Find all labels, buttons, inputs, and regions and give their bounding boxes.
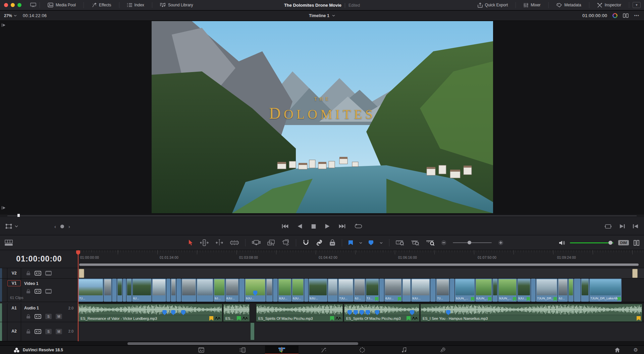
viewer-zoom-select[interactable]: 27% [4, 13, 17, 18]
minimize-window-icon[interactable] [11, 3, 15, 7]
video-clip[interactable]: 7JUN_DR_LakeAlle... [589, 279, 622, 302]
track-v1-content[interactable]: 7J...6J...9J...8JU...9JU...8JU...6JU...9… [78, 279, 644, 302]
auto-select-icon[interactable] [35, 329, 41, 334]
automation-curve-icon[interactable] [215, 316, 221, 320]
track-a1-content[interactable]: ES_Resonance of Valor - Victor Lundberg.… [78, 303, 644, 322]
tab-cut[interactable] [226, 346, 259, 354]
yellow-marker-icon[interactable] [637, 316, 641, 321]
video-clip[interactable] [176, 279, 181, 302]
audio-clip[interactable]: ES_Spirits Of Machu Picchu.mp3 [256, 304, 343, 322]
video-clip[interactable] [197, 279, 213, 302]
marker-chevron-icon[interactable] [380, 242, 383, 244]
viewer-scrub-bar[interactable] [0, 215, 644, 217]
auto-select-icon[interactable] [35, 271, 41, 276]
selection-tool-button[interactable] [188, 240, 194, 246]
track-label-v1[interactable]: Video 1 [24, 281, 38, 286]
video-clip[interactable]: 9JUN_... [455, 279, 475, 302]
go-to-end-button[interactable] [339, 224, 345, 229]
green-marker-icon[interactable] [237, 316, 241, 321]
video-clip[interactable] [568, 279, 574, 302]
track-enable-icon[interactable] [45, 289, 52, 294]
flag-button[interactable] [348, 240, 353, 245]
overwrite-clip-button[interactable] [267, 239, 275, 246]
jog-control[interactable] [60, 225, 64, 228]
position-lock-button[interactable] [329, 239, 335, 246]
timeline-zoom-slider[interactable] [453, 242, 492, 243]
video-clip[interactable] [379, 279, 384, 302]
scrub-handle[interactable] [17, 214, 20, 217]
detail-zoom-button[interactable] [411, 240, 420, 246]
video-clip[interactable] [328, 279, 338, 302]
video-clip[interactable] [181, 279, 196, 302]
play-button[interactable] [325, 224, 330, 229]
video-clip[interactable] [450, 279, 454, 302]
quick-export-button[interactable]: Quick Export [473, 0, 513, 10]
video-clip[interactable]: 7J... [436, 279, 449, 302]
video-clip[interactable] [171, 279, 176, 302]
window-controls[interactable] [4, 3, 21, 7]
video-clip[interactable] [104, 279, 112, 302]
viewer-options-icon[interactable]: ••• [634, 13, 639, 18]
video-clip[interactable]: 9JU... [309, 279, 327, 302]
playhead[interactable] [78, 250, 78, 341]
mute-button[interactable]: M [56, 329, 62, 334]
video-clip[interactable]: 9J... [214, 279, 225, 302]
video-clip[interactable] [239, 279, 245, 302]
close-window-icon[interactable] [4, 3, 8, 7]
full-extent-zoom-button[interactable] [396, 240, 405, 246]
track-header-v2[interactable]: V2 [0, 268, 78, 279]
audio-clip[interactable]: ES_I See You - Hampus Naeselius.mp3 [420, 304, 642, 322]
audio-clip-stub[interactable] [250, 322, 255, 340]
video-clip[interactable] [531, 279, 536, 302]
track-v2-content[interactable] [78, 268, 644, 279]
video-clip[interactable]: 6JUN_... [475, 279, 492, 302]
scrub-track[interactable] [7, 216, 637, 216]
lock-icon[interactable] [26, 271, 31, 276]
video-clip[interactable] [430, 279, 436, 302]
audio-clip[interactable]: ES_Resonance of Valor - Victor Lundberg.… [78, 304, 222, 322]
video-clip[interactable] [123, 279, 126, 302]
track-name-a1[interactable]: A1 [7, 306, 21, 310]
volume-knob[interactable] [608, 241, 612, 245]
video-preview[interactable]: The Dolomites [152, 21, 493, 213]
loop-playback-button[interactable] [355, 224, 362, 229]
chevron-down-icon[interactable] [15, 225, 18, 227]
marker-button[interactable] [369, 240, 373, 245]
audio-clip[interactable]: ES... [223, 304, 250, 322]
media-pool-button[interactable]: Media Pool [43, 0, 80, 10]
video-clip[interactable]: 9JU... [517, 279, 531, 302]
index-button[interactable]: Index [123, 0, 149, 10]
video-clip[interactable]: 6J... [354, 279, 365, 302]
volume-slider[interactable] [570, 242, 613, 243]
solo-button[interactable]: S [45, 314, 52, 319]
video-clip[interactable] [117, 279, 122, 302]
transform-overlay-icon[interactable] [5, 224, 12, 229]
collapse-toolbar-button[interactable]: ▼ [633, 2, 641, 8]
video-clip[interactable]: 9JU... [411, 279, 430, 302]
video-clip[interactable]: 9JUN_... [498, 279, 517, 302]
video-clip[interactable] [402, 279, 411, 302]
video-clip[interactable] [166, 279, 170, 302]
lock-icon[interactable] [26, 329, 31, 334]
zoom-out-button[interactable] [441, 240, 446, 245]
video-clip[interactable] [304, 279, 308, 302]
video-clip[interactable] [152, 279, 166, 302]
video-clip[interactable]: 6J... [132, 279, 152, 302]
razor-tool-button[interactable] [230, 240, 239, 245]
timeline-ruler[interactable]: 01:00:00:0001:01:34:0001:03:08:0001:04:4… [78, 250, 644, 268]
loop-range-icon[interactable] [604, 224, 612, 229]
track-label-a1[interactable]: Audio 1 [24, 306, 39, 310]
tab-deliver[interactable] [426, 346, 460, 354]
tab-media[interactable] [184, 346, 218, 354]
video-clip[interactable] [492, 279, 498, 302]
video-clip[interactable] [574, 279, 581, 302]
video-clip[interactable] [126, 279, 132, 302]
snapping-button[interactable] [303, 239, 309, 246]
custom-zoom-button[interactable] [426, 240, 435, 246]
timeline-view-options-icon[interactable] [5, 240, 13, 246]
zoom-in-button[interactable] [498, 240, 503, 245]
timeline-selector[interactable]: Timeline 1 [309, 13, 335, 18]
go-to-start-button[interactable] [282, 224, 288, 229]
video-clip[interactable] [112, 279, 117, 302]
solo-button[interactable]: S [45, 329, 52, 334]
